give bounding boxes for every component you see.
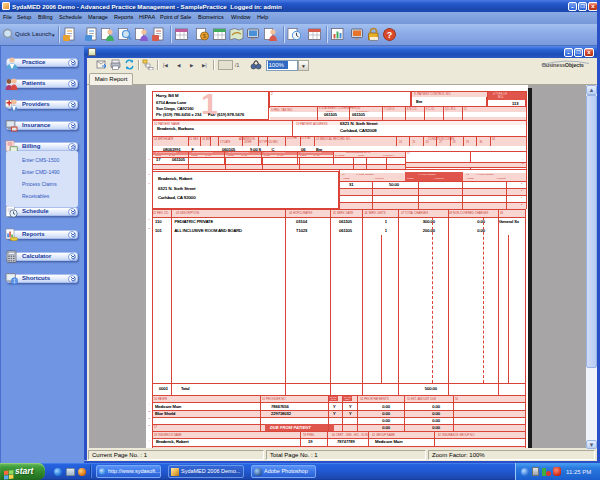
svg-text:?: ? bbox=[387, 30, 393, 40]
